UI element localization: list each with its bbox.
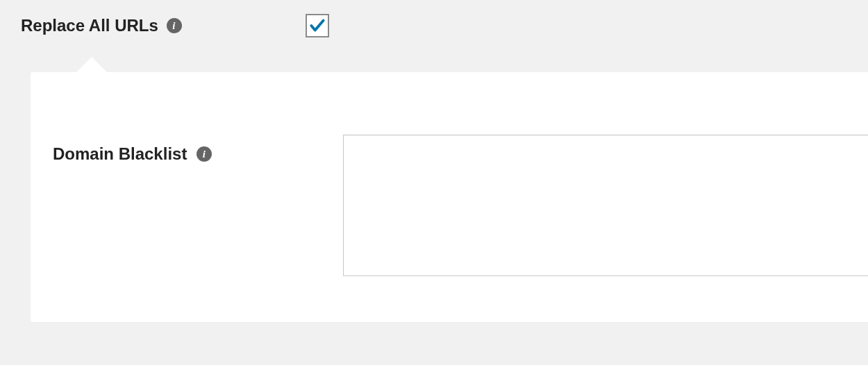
replace-all-urls-checkbox[interactable] — [306, 14, 329, 37]
replace-all-urls-row: Replace All URLs i — [0, 0, 868, 57]
domain-blacklist-label: Domain Blacklist — [53, 144, 187, 164]
replace-all-urls-label: Replace All URLs — [21, 16, 158, 35]
info-icon[interactable]: i — [197, 146, 212, 162]
info-icon[interactable]: i — [167, 18, 182, 33]
domain-blacklist-label-group: Domain Blacklist i — [53, 144, 343, 164]
check-icon — [308, 17, 326, 35]
replace-all-urls-label-group: Replace All URLs i — [21, 16, 306, 35]
domain-blacklist-panel: Domain Blacklist i — [31, 72, 868, 322]
domain-blacklist-panel-container: Domain Blacklist i — [31, 72, 868, 322]
panel-arrow-icon — [76, 57, 107, 72]
domain-blacklist-textarea[interactable] — [343, 135, 868, 276]
